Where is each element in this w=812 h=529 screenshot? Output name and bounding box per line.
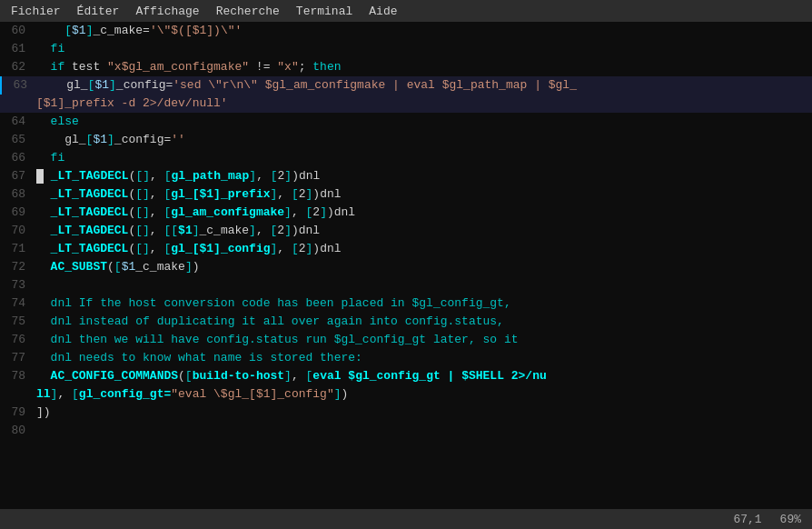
table-row: 66 fi (0, 149, 812, 167)
editor: 60 [$1]_c_make='\"$([$1])\"' 61 fi 62 if… (0, 22, 812, 509)
table-row: 72 AC_SUBST([$1_c_make]) (0, 258, 812, 276)
statusbar: 67,1 69% (0, 509, 812, 529)
table-row: 79 ]) (0, 404, 812, 422)
table-row: 69 _LT_TAGDECL([], [gl_am_configmake], [… (0, 204, 812, 222)
menu-aide[interactable]: Aide (361, 3, 404, 20)
table-row: 63 [$1]_prefix -d 2>/dev/null' (0, 95, 812, 113)
menu-affichage[interactable]: Affichage (128, 3, 206, 20)
table-row: 65 gl_[$1]_config='' (0, 131, 812, 149)
table-row: 78 ll], [gl_config_gt="eval \$gl_[$1]_co… (0, 385, 812, 404)
zoom-level: 69% (780, 513, 801, 526)
table-row: 60 [$1]_c_make='\"$([$1])\"' (0, 22, 812, 40)
table-row: 67 _LT_TAGDECL([], [gl_path_map], [2])dn… (0, 167, 812, 185)
table-row: 64 else (0, 113, 812, 131)
table-row: 63 gl_[$1]_config='sed \"r\n\" $gl_am_co… (0, 76, 812, 95)
table-row: 80 (0, 422, 812, 440)
menu-recherche[interactable]: Recherche (209, 3, 287, 20)
cursor-position: 67,1 (733, 513, 761, 526)
table-row: 77 dnl needs to know what name is stored… (0, 349, 812, 367)
table-row: 75 dnl instead of duplicating it all ove… (0, 313, 812, 331)
code-area[interactable]: 60 [$1]_c_make='\"$([$1])\"' 61 fi 62 if… (0, 22, 812, 509)
table-row: 70 _LT_TAGDECL([], [[$1]_c_make], [2])dn… (0, 222, 812, 240)
menu-fichier[interactable]: Fichier (4, 3, 68, 20)
table-row: 68 _LT_TAGDECL([], [gl_[$1]_prefix], [2]… (0, 185, 812, 204)
menu-terminal[interactable]: Terminal (289, 3, 360, 20)
table-row: 73 (0, 276, 812, 294)
table-row: 61 fi (0, 40, 812, 58)
table-row: 76 dnl then we will have config.status r… (0, 331, 812, 349)
menu-editer[interactable]: Éditer (70, 3, 127, 20)
table-row: 78 AC_CONFIG_COMMANDS([build-to-host], [… (0, 367, 812, 385)
menubar: Fichier Éditer Affichage Recherche Termi… (0, 0, 812, 22)
table-row: 71 _LT_TAGDECL([], [gl_[$1]_config], [2]… (0, 240, 812, 258)
table-row: 62 if test "x$gl_am_configmake" != "x"; … (0, 58, 812, 76)
table-row: 74 dnl If the host conversion code has b… (0, 294, 812, 313)
